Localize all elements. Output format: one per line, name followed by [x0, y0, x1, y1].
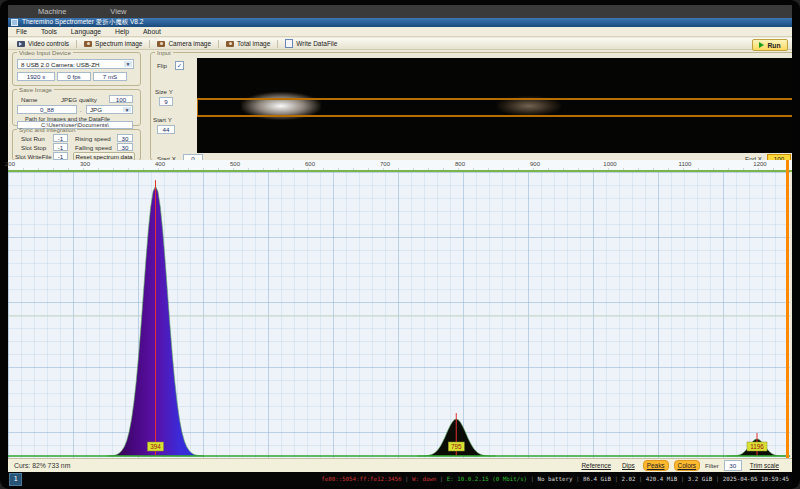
window-title: Theremino Spectrometer 爱折小魔板 V8.2 [22, 18, 143, 27]
fps-readout: 0 fps [57, 72, 91, 81]
bottom-buttons: Reference Dips Peaks Colors Filter 30 Tr… [578, 460, 782, 471]
status-separator: | [635, 476, 645, 482]
image-name-field[interactable]: 0_88 [17, 105, 77, 114]
latency-readout: 7 mS [93, 72, 127, 81]
dips-button[interactable]: Dips [619, 461, 638, 470]
falling-speed-label: Falling speed [75, 144, 112, 151]
slot-writefile-field[interactable]: -1 [53, 152, 68, 160]
toolbar-separator [277, 40, 278, 48]
scanline-selection-band[interactable] [197, 98, 792, 117]
ruler-tick-label: 900 [523, 161, 547, 167]
status-bar: 1 fe80::5054:ff:fe12:3456 | W: down | E:… [8, 472, 792, 486]
slot-stop-field[interactable]: -1 [53, 143, 68, 151]
size-y-field[interactable]: 9 [159, 97, 173, 106]
bottom-control-bar: Curs: 82% 733 nm Reference Dips Peaks Co… [8, 458, 792, 472]
title-bar[interactable]: Theremino Spectrometer 爱折小魔板 V8.2 [8, 18, 792, 27]
video-controls-button[interactable]: Video controls [12, 38, 74, 50]
flip-checkbox[interactable]: ✓ [175, 61, 184, 70]
ruler-tick-label: 800 [448, 161, 472, 167]
status-segment: fe80::5054:ff:fe12:3456 [321, 476, 401, 482]
size-y-label: Size Y [155, 88, 173, 95]
sync-integration-group: Sync and integration Slot Run -1 Rising … [12, 126, 141, 161]
reference-button[interactable]: Reference [578, 461, 614, 470]
status-segment: 420.4 MiB [646, 476, 677, 482]
ruler-tick-label: 200 [0, 161, 22, 167]
chevron-down-icon: ▼ [123, 107, 131, 112]
camera-image-button[interactable]: Camera image [152, 38, 216, 50]
resolution-readout: 1920 x [17, 72, 55, 81]
toolbar-separator [149, 40, 150, 48]
camera-icon [157, 41, 165, 47]
ruler-tick-label: 1200 [748, 161, 772, 167]
write-datafile-button[interactable]: Write DataFile [280, 38, 342, 50]
start-y-field[interactable]: 44 [157, 125, 175, 134]
save-image-group: Save Image Name JPEG quality 100 0_88 . … [12, 86, 141, 126]
menu-tools[interactable]: Tools [41, 28, 57, 35]
menu-help[interactable]: Help [115, 28, 129, 35]
save-image-title: Save Image [17, 86, 54, 93]
vm-menu-machine[interactable]: Machine [38, 7, 66, 16]
toolbar-separator [218, 40, 219, 48]
total-image-button[interactable]: Total image [221, 38, 275, 50]
dot-separator: . [80, 106, 82, 113]
menu-file[interactable]: File [16, 28, 27, 35]
ruler-tick-label: 700 [373, 161, 397, 167]
datafile-icon [285, 39, 293, 48]
menu-language[interactable]: Language [71, 28, 101, 35]
vm-menu-view[interactable]: View [110, 7, 126, 16]
status-segment: 3.2 GiB [688, 476, 712, 482]
ruler-tick-label: 1000 [598, 161, 622, 167]
workspace-button[interactable]: 1 [9, 473, 22, 486]
camera-icon [226, 41, 234, 47]
slot-run-field[interactable]: -1 [53, 134, 68, 142]
toolbar-separator [76, 40, 77, 48]
slot-stop-label: Slot Stop [21, 144, 46, 151]
status-separator: | [401, 476, 411, 482]
trim-scale-button[interactable]: Trim scale [747, 461, 782, 470]
ruler-tick-label: 300 [73, 161, 97, 167]
ruler-tick-label: 400 [148, 161, 172, 167]
jpeg-quality-field[interactable]: 100 [109, 95, 133, 103]
status-separator: | [527, 476, 537, 482]
sync-integration-title: Sync and integration [17, 126, 77, 133]
camera-preview[interactable] [197, 58, 792, 153]
start-y-label: Start Y [153, 116, 172, 123]
slot-run-label: Slot Run [21, 135, 45, 142]
camera-device-select[interactable]: 8 USB 2.0 Camera: USB-ZH ▼ [17, 59, 134, 69]
video-icon [17, 41, 25, 47]
peaks-button[interactable]: Peaks [643, 460, 669, 471]
cursor-readout: Curs: 82% 733 nm [14, 462, 70, 469]
rising-speed-label: Rising speed [75, 135, 111, 142]
colors-button[interactable]: Colors [674, 460, 700, 471]
status-segment: W: down [412, 476, 436, 482]
svg-text:394: 394 [150, 443, 161, 450]
app-icon [11, 19, 18, 26]
menu-about[interactable]: About [143, 28, 161, 35]
scale-end-marker[interactable] [786, 160, 789, 458]
svg-text:795: 795 [451, 443, 462, 450]
rising-speed-field[interactable]: 30 [117, 134, 133, 142]
chevron-down-icon: ▼ [124, 61, 132, 67]
status-segment: 86.4 GiB [583, 476, 611, 482]
spectrum-svg: 3947951196 [8, 172, 790, 458]
filter-label: Filter [705, 462, 719, 469]
spectrum-image-button[interactable]: Spectrum image [79, 38, 147, 50]
flip-label: Flip [157, 62, 167, 69]
image-format-select[interactable]: JPG ▼ [86, 105, 133, 114]
screen: Machine View Theremino Spectrometer 爱折小魔… [0, 0, 800, 489]
svg-text:1196: 1196 [750, 443, 764, 450]
vm-menubar: Machine View [8, 5, 792, 18]
camera-icon [84, 41, 92, 47]
filter-field[interactable]: 30 [724, 460, 742, 471]
jpeg-quality-label: JPEG quality [61, 96, 97, 103]
status-segment: 2025-04-05 10:59:45 [723, 476, 789, 482]
falling-speed-field[interactable]: 30 [117, 143, 133, 151]
slot-writefile-label: Slot WriteFile [15, 153, 52, 160]
play-icon [759, 42, 764, 48]
spectrum-chart[interactable]: 3947951196 [8, 172, 790, 458]
video-input-device-group: Video Input Device 8 USB 2.0 Camera: USB… [12, 49, 141, 86]
wavelength-ruler[interactable]: 200300400500600700800900100011001200 [8, 160, 792, 172]
name-label: Name [21, 96, 38, 103]
status-separator: | [573, 476, 583, 482]
input-group-title: Input [155, 49, 173, 56]
